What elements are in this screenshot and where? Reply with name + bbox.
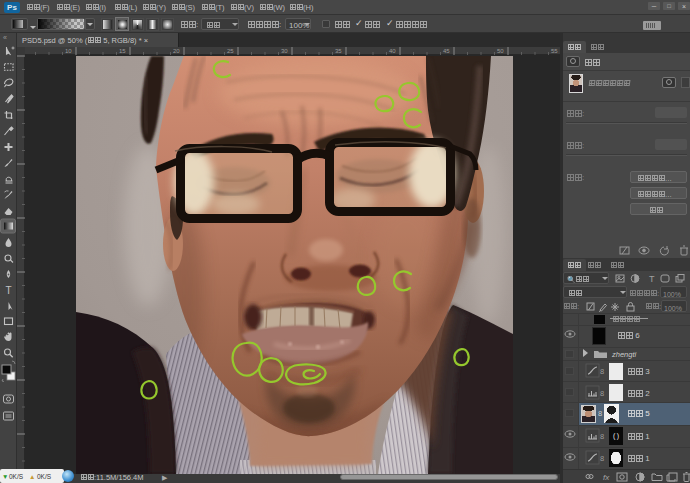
svg-text:25: 25 <box>227 48 234 54</box>
svg-text:15: 15 <box>119 48 126 54</box>
svg-text:fx: fx <box>603 473 610 482</box>
svg-text:35: 35 <box>335 48 342 54</box>
svg-text:20: 20 <box>173 48 180 54</box>
svg-text:T: T <box>649 274 655 284</box>
svg-text:40: 40 <box>389 48 396 54</box>
svg-text:30: 30 <box>281 48 288 54</box>
svg-text:55: 55 <box>551 48 558 54</box>
svg-text:10: 10 <box>65 48 72 54</box>
svg-text:50: 50 <box>497 48 504 54</box>
svg-text:45: 45 <box>443 48 450 54</box>
svg-text:«: « <box>3 34 7 41</box>
svg-text:T: T <box>5 285 11 296</box>
